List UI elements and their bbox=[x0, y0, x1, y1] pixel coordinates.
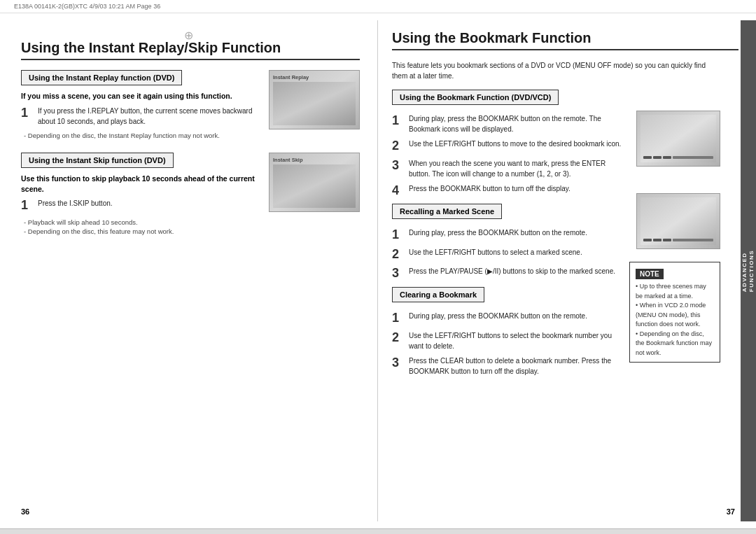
recall-step3-text: Press the PLAY/PAUSE (▶/II) buttons to s… bbox=[409, 266, 615, 276]
recall-step1-text: During play, press the BOOKMARK button o… bbox=[409, 227, 587, 238]
clear-step1-text: During play, press the BOOKMARK button o… bbox=[409, 311, 587, 321]
bm-step3-number: 3 bbox=[392, 158, 405, 174]
replay-image-box: Instant Replay bbox=[269, 70, 360, 129]
recall-box-label: Recalling a Marked Scene bbox=[392, 204, 502, 219]
replay-text: Using the Instant Replay function (DVD) … bbox=[21, 70, 262, 140]
skip-step1-number: 1 bbox=[21, 198, 34, 213]
bm-step1-container: 1 During play, press the BOOKMARK button… bbox=[392, 113, 624, 134]
recall-step3-container: 3 Press the PLAY/PAUSE (▶/II) buttons to… bbox=[392, 266, 624, 281]
skip-section: Using the Instant Skip function (DVD) Us… bbox=[21, 153, 360, 237]
replay-image-label: Instant Replay bbox=[273, 74, 356, 80]
skip-step1-text: Press the I.SKIP button. bbox=[38, 198, 113, 209]
bm-step4-container: 4 Press the BOOKMARK button to turn off … bbox=[392, 183, 624, 199]
replay-box-label: Using the Instant Replay function (DVD) bbox=[21, 70, 182, 85]
bm-box-label: Using the Bookmark Function (DVD/VCD) bbox=[392, 90, 559, 105]
recall-step1-number: 1 bbox=[392, 227, 405, 243]
sidebar-tab: ADVANCEDFUNCTIONS bbox=[741, 20, 756, 521]
skip-image: Instant Skip bbox=[269, 153, 360, 237]
replay-note1: - Depending on the disc, the Instant Rep… bbox=[24, 131, 262, 140]
bm-step4-text: Press the BOOKMARK button to turn off th… bbox=[409, 183, 570, 194]
left-page: ⊕ Using the Instant Replay/Skip Function… bbox=[0, 20, 378, 521]
clear-step1-container: 1 During play, press the BOOKMARK button… bbox=[392, 311, 624, 326]
bm-step2-number: 2 bbox=[392, 139, 405, 154]
skip-note1: - Playback will skip ahead 10 seconds. bbox=[24, 218, 262, 227]
skip-image-box: Instant Skip bbox=[269, 153, 360, 212]
recall-step3-number: 3 bbox=[392, 266, 405, 281]
replay-step1-container: 1 If you press the I.REPLAY button, the … bbox=[21, 106, 262, 127]
recall-step2-container: 2 Use the LEFT/RIGHT buttons to select a… bbox=[392, 247, 624, 262]
skip-box-label: Using the Instant Skip function (DVD) bbox=[21, 153, 174, 168]
replay-bold: If you miss a scene, you can see it agai… bbox=[21, 91, 262, 101]
recall-image bbox=[636, 193, 720, 249]
right-text-col: Using the Bookmark Function (DVD/VCD) 1 … bbox=[392, 90, 624, 381]
right-img-col: NOTE Up to three scenes may be marked at… bbox=[629, 90, 720, 381]
recall-image-inner bbox=[640, 197, 716, 245]
clear-step1-number: 1 bbox=[392, 311, 405, 326]
note-title: NOTE bbox=[636, 269, 664, 279]
clear-step2-container: 2 Use the LEFT/RIGHT buttons to select t… bbox=[392, 330, 624, 351]
bm-step3-container: 3 When you reach the scene you want to m… bbox=[392, 158, 624, 179]
bottom-bar bbox=[0, 528, 756, 534]
note-box: NOTE Up to three scenes may be marked at… bbox=[629, 262, 720, 363]
recall-step2-number: 2 bbox=[392, 247, 405, 262]
main-content: ⊕ Using the Instant Replay/Skip Function… bbox=[0, 13, 756, 528]
bookmark-image-inner bbox=[640, 115, 716, 162]
bm-step1-text: During play, press the BOOKMARK button o… bbox=[409, 113, 624, 134]
skip-image-label: Instant Skip bbox=[273, 157, 356, 163]
right-page: ADVANCEDFUNCTIONS Using the Bookmark Fun… bbox=[378, 20, 756, 521]
right-section-title: Using the Bookmark Function bbox=[392, 30, 738, 50]
skip-text: Using the Instant Skip function (DVD) Us… bbox=[21, 153, 262, 237]
page-container: E138A 00141K-2(GB)XTC 4/9/03 10:21 AM Pa… bbox=[0, 0, 756, 534]
replay-step1-text: If you press the I.REPLAY button, the cu… bbox=[38, 106, 262, 127]
skip-note2: - Depending on the disc, this feature ma… bbox=[24, 227, 262, 236]
right-cols: Using the Bookmark Function (DVD/VCD) 1 … bbox=[392, 90, 738, 381]
left-section-title: Using the Instant Replay/Skip Function bbox=[21, 40, 360, 60]
skip-bold: Use this function to skip playback 10 se… bbox=[21, 174, 262, 194]
clear-step2-number: 2 bbox=[392, 330, 405, 346]
clear-step3-container: 3 Press the CLEAR button to delete a boo… bbox=[392, 356, 624, 377]
recall-step1-container: 1 During play, press the BOOKMARK button… bbox=[392, 227, 624, 243]
skip-image-inner bbox=[273, 164, 356, 208]
clear-box-label: Clearing a Bookmark bbox=[392, 287, 484, 302]
bm-step2-text: Use the LEFT/RIGHT buttons to move to th… bbox=[409, 139, 621, 149]
clear-step3-number: 3 bbox=[392, 356, 405, 371]
recall-section: Recalling a Marked Scene 1 During play, … bbox=[392, 204, 624, 281]
bookmark-image bbox=[636, 111, 720, 167]
right-page-number: 37 bbox=[727, 507, 735, 516]
bm-step4-number: 4 bbox=[392, 183, 405, 199]
note-item-2: When in VCD 2.0 mode (MENU ON mode), thi… bbox=[636, 301, 714, 330]
replay-image: Instant Replay bbox=[269, 70, 360, 140]
clear-section: Clearing a Bookmark 1 During play, press… bbox=[392, 287, 624, 377]
recall-step2-text: Use the LEFT/RIGHT buttons to select a m… bbox=[409, 247, 582, 258]
sidebar-tab-text: ADVANCEDFUNCTIONS bbox=[741, 250, 755, 292]
replay-step1-number: 1 bbox=[21, 106, 34, 121]
top-bar-text: E138A 00141K-2(GB)XTC 4/9/03 10:21 AM Pa… bbox=[14, 3, 160, 10]
top-bar: E138A 00141K-2(GB)XTC 4/9/03 10:21 AM Pa… bbox=[0, 0, 756, 13]
crosshair-left: ⊕ bbox=[184, 29, 193, 42]
left-page-number: 36 bbox=[21, 507, 29, 516]
replay-image-inner bbox=[273, 82, 356, 125]
right-intro: This feature lets you bookmark sections … bbox=[392, 60, 738, 81]
bm-step3-text: When you reach the scene you want to mar… bbox=[409, 158, 624, 179]
skip-step1-container: 1 Press the I.SKIP button. bbox=[21, 198, 262, 213]
bm-step2-container: 2 Use the LEFT/RIGHT buttons to move to … bbox=[392, 139, 624, 154]
note-item-1: Up to three scenes may be marked at a ti… bbox=[636, 282, 714, 301]
replay-section: Using the Instant Replay function (DVD) … bbox=[21, 70, 360, 140]
bm-step1-number: 1 bbox=[392, 113, 405, 129]
note-item-3: Depending on the disc, the Bookmark func… bbox=[636, 330, 714, 358]
clear-step2-text: Use the LEFT/RIGHT buttons to select the… bbox=[409, 330, 624, 351]
clear-step3-text: Press the CLEAR button to delete a bookm… bbox=[409, 356, 624, 377]
